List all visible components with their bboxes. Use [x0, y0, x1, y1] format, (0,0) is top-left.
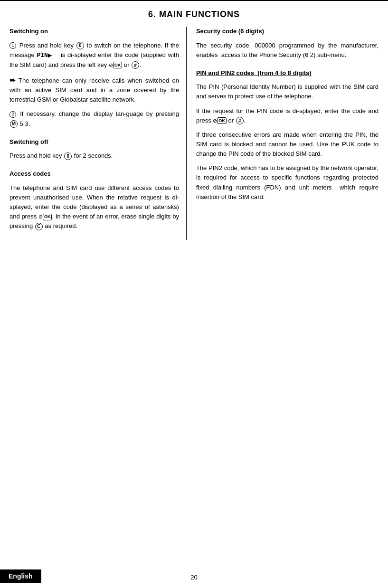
switching-on-title: Switching on: [9, 27, 179, 36]
ok-key-combo-3: ⊘OK: [213, 117, 227, 125]
pin-codes-p1: The PIN (Personal Identity Number) is su…: [196, 82, 379, 101]
section-pin-codes: PIN and PIN2 codes (from 4 to 8 digits) …: [196, 68, 379, 202]
access-codes-title: Access codes: [9, 169, 179, 179]
switching-on-p2: ➨ The telephone can only receive calls w…: [9, 75, 179, 105]
arrow-right-icon: ▶: [48, 51, 52, 59]
switching-on-p3: 2 If necessary, change the display lan-g…: [9, 109, 179, 128]
language-badge: English: [0, 569, 41, 583]
page-container: 6. MAIN FUNCTIONS Switching on 1 Press a…: [0, 0, 388, 588]
section-security-code: Security code (6 digits) The security co…: [196, 27, 379, 60]
pin-codes-title: PIN and PIN2 codes (from 4 to 8 digits): [196, 68, 379, 78]
ok-badge-2: OK: [43, 214, 52, 220]
switching-on-p1: 1 Press and hold key 0 to switch on the …: [9, 41, 179, 70]
page-number: 20: [190, 574, 197, 581]
security-code-title: Security code (6 digits): [196, 27, 379, 36]
bottom-bar: English 20: [0, 564, 388, 588]
left-column: Switching on 1 Press and hold key 0 to s…: [9, 27, 187, 240]
switching-off-p1: Press and hold key 0 for 2 seconds.: [9, 151, 179, 161]
section-access-codes: Access codes The telephone and SIM card …: [9, 169, 179, 231]
pin-text: PIN: [37, 52, 48, 59]
power-key-icon-2: 0: [64, 152, 72, 160]
arrow-bullet: ➨: [9, 76, 16, 84]
circled-2: 2: [9, 111, 16, 118]
pin-codes-p4: The PIN2 code, which has to be assigned …: [196, 163, 379, 202]
ok-badge-3: OK: [217, 117, 227, 124]
section-switching-on: Switching on 1 Press and hold key 0 to s…: [9, 27, 179, 129]
hash-key-icon: #: [132, 61, 139, 69]
circled-1: 1: [9, 42, 16, 49]
ok-key-combo: ⊘OK: [109, 61, 123, 69]
ok-key-combo-2: ⊘OK: [38, 213, 52, 221]
pin-codes-p3: If three consecutive errors are made whe…: [196, 130, 379, 159]
ok-badge: OK: [113, 62, 123, 68]
page-title: 6. MAIN FUNCTIONS: [0, 0, 388, 27]
right-column: Security code (6 digits) The security co…: [187, 27, 379, 240]
content-area: Switching on 1 Press and hold key 0 to s…: [0, 27, 388, 240]
hash-key-icon-2: #: [236, 117, 244, 124]
switching-off-title: Switching off: [9, 137, 179, 147]
menu-key-icon: M: [10, 120, 18, 128]
access-codes-p1: The telephone and SIM card use different…: [9, 183, 179, 231]
top-border: [0, 0, 388, 1]
section-switching-off: Switching off Press and hold key 0 for 2…: [9, 137, 179, 161]
pin-codes-p2: If the request for the PIN code is di-sp…: [196, 106, 379, 125]
c-key-icon: C: [35, 223, 43, 230]
security-code-p1: The security code, 000000 programmed by …: [196, 41, 379, 60]
power-key-icon: 0: [76, 42, 84, 49]
